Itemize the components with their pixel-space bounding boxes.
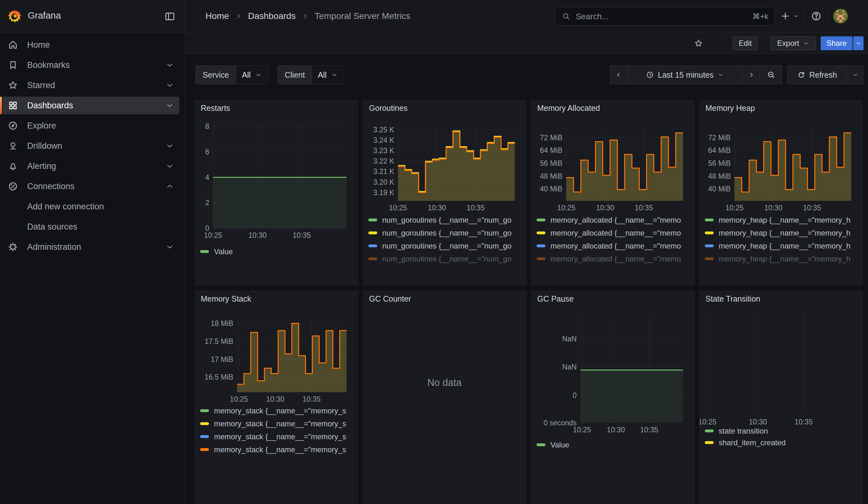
legend-swatch: [705, 232, 714, 234]
sidebar-item-data-sources[interactable]: Data sources: [2, 218, 179, 236]
svg-text:18 MiB: 18 MiB: [210, 319, 233, 328]
svg-text:10:30: 10:30: [764, 204, 783, 212]
legend-item[interactable]: memory_allocated {__name__="memo: [537, 252, 691, 265]
legend-item[interactable]: memory_heap {__name__="memory_h: [705, 252, 859, 265]
legend-swatch: [200, 409, 209, 412]
breadcrumb-current: Temporal Server Metrics: [315, 11, 410, 21]
svg-text:3.21 K: 3.21 K: [373, 167, 394, 176]
panel-title[interactable]: GC Counter: [369, 294, 411, 304]
legend-item[interactable]: memory_heap {__name__="memory_h: [705, 214, 859, 226]
legend-item[interactable]: memory_stack {__name__="memory_s: [200, 443, 355, 456]
legend-item[interactable]: shard_item_created: [705, 437, 859, 449]
time-range-label: Last 15 minutes: [658, 70, 714, 80]
legend-swatch: [537, 245, 545, 247]
svg-text:4: 4: [205, 173, 209, 182]
legend-item[interactable]: memory_allocated {__name__="memo: [537, 214, 691, 226]
breadcrumb: Home Dashboards Temporal Server Metrics: [206, 0, 410, 32]
sidebar-item-administration[interactable]: Administration: [2, 238, 179, 256]
sidebar-item-home[interactable]: Home: [2, 36, 179, 54]
export-button[interactable]: Export: [771, 36, 816, 50]
legend-item[interactable]: memory_heap {__name__="memory_h: [705, 239, 859, 252]
svg-text:48 MiB: 48 MiB: [540, 172, 562, 180]
sidebar-item-add-new-connection[interactable]: Add new connection: [2, 198, 179, 215]
sidebar-item-dashboards[interactable]: Dashboards: [2, 96, 179, 114]
sidebar-item-bookmarks[interactable]: Bookmarks: [2, 56, 179, 74]
sidebar-item-label: Connections: [27, 182, 74, 192]
sidebar-toggle-icon[interactable]: [164, 10, 176, 23]
legend-label: num_goroutines {__name__="num_go: [382, 255, 512, 263]
sidebar-item-connections[interactable]: Connections: [2, 177, 179, 195]
legend-item[interactable]: memory_heap {__name__="memory_h: [705, 226, 859, 239]
client-filter[interactable]: Client All: [277, 65, 344, 84]
legend-item[interactable]: memory_stack {__name__="memory_s: [200, 430, 355, 443]
divider: [827, 9, 828, 23]
legend-swatch: [200, 448, 209, 451]
search-icon: [562, 12, 571, 21]
filter-value: All: [318, 70, 327, 80]
legend-label: memory_stack {__name__="memory_s: [214, 432, 346, 441]
legend-item[interactable]: Value: [537, 438, 691, 451]
search-box[interactable]: ⌘+k: [555, 7, 775, 25]
legend-item[interactable]: state transition: [705, 425, 859, 437]
memory-stack-chart: 10:2510:3010:3518 MiB17.5 MiB17 MiB16.5 …: [195, 291, 357, 504]
sidebar-item-starred[interactable]: Starred: [2, 76, 179, 94]
svg-text:10:30: 10:30: [607, 426, 625, 434]
sidebar-item-label: Add new connection: [27, 202, 104, 212]
sidebar-item-alerting[interactable]: Alerting: [2, 157, 179, 175]
top-actions: [780, 0, 848, 32]
legend-item[interactable]: memory_stack {__name__="memory_s: [200, 417, 355, 430]
legend-item[interactable]: Value: [200, 245, 355, 258]
add-button[interactable]: [780, 11, 799, 21]
sidebar-item-explore[interactable]: Explore: [2, 117, 179, 134]
sidebar-item-label: Dashboards: [27, 101, 73, 111]
legend-item[interactable]: memory_allocated {__name__="memo: [537, 239, 691, 252]
legend: num_goroutines {__name__="num_gonum_goro…: [368, 214, 523, 265]
legend-item[interactable]: num_goroutines {__name__="num_go: [368, 239, 523, 252]
help-button[interactable]: [811, 11, 822, 21]
legend-swatch: [705, 430, 714, 432]
sidebar-item-label: Explore: [27, 121, 56, 131]
breadcrumb-dashboards[interactable]: Dashboards: [248, 11, 296, 21]
legend-swatch: [368, 245, 377, 247]
share-button[interactable]: Share: [821, 36, 852, 50]
service-filter[interactable]: Service All: [195, 65, 268, 84]
topbar-left: Grafana: [0, 0, 185, 32]
legend: Value: [537, 438, 691, 451]
svg-text:64 MiB: 64 MiB: [708, 146, 731, 154]
legend-swatch: [537, 218, 545, 222]
refresh-button[interactable]: Refresh: [787, 65, 847, 84]
legend-label: memory_heap {__name__="memory_h: [719, 229, 850, 237]
legend-item[interactable]: num_goroutines {__name__="num_go: [368, 252, 523, 265]
svg-text:3.23 K: 3.23 K: [373, 146, 394, 155]
link-icon: [8, 181, 18, 192]
compass-icon: [8, 120, 18, 131]
legend-swatch: [200, 422, 209, 425]
svg-text:2: 2: [205, 199, 209, 207]
edit-button[interactable]: Edit: [733, 36, 757, 50]
svg-text:64 MiB: 64 MiB: [540, 146, 562, 154]
legend-item[interactable]: memory_allocated {__name__="memo: [537, 226, 691, 239]
svg-text:0: 0: [572, 391, 577, 400]
legend-item[interactable]: num_goroutines {__name__="num_go: [368, 226, 523, 239]
chevron-up-icon: [165, 182, 174, 191]
avatar[interactable]: [833, 9, 848, 23]
favorite-star-button[interactable]: [692, 37, 705, 50]
share-dropdown-button[interactable]: [853, 36, 864, 50]
zoom-out-icon: [767, 70, 776, 79]
breadcrumb-home[interactable]: Home: [206, 11, 229, 21]
zoom-out-button[interactable]: [760, 65, 782, 84]
legend-swatch: [368, 232, 377, 234]
legend-item[interactable]: memory_stack {__name__="memory_s: [200, 404, 355, 417]
sidebar-item-label: Bookmarks: [27, 60, 70, 70]
sidebar-item-drilldown[interactable]: Drilldown: [2, 137, 179, 155]
legend-item[interactable]: num_goroutines {__name__="num_go: [368, 214, 523, 226]
time-range-picker[interactable]: Last 15 minutes: [628, 65, 742, 84]
search-input[interactable]: [575, 11, 753, 22]
time-forward-button[interactable]: [742, 65, 760, 84]
refresh-interval-button[interactable]: [847, 65, 864, 84]
svg-text:10:35: 10:35: [635, 204, 653, 212]
time-back-button[interactable]: [610, 65, 628, 84]
svg-text:10:30: 10:30: [266, 395, 285, 403]
refresh-label: Refresh: [809, 70, 837, 80]
svg-text:0: 0: [205, 224, 209, 233]
